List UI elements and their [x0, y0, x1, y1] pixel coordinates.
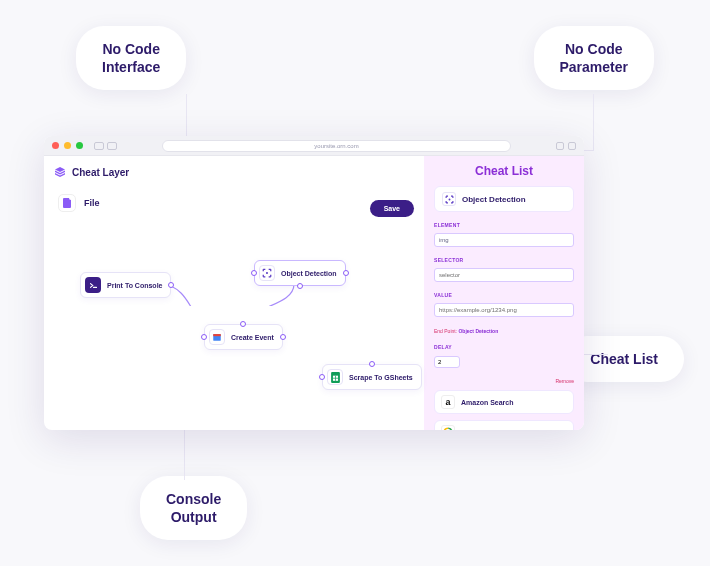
cheat-item-label: Amazon Search [461, 399, 514, 406]
browser-action-icon[interactable] [568, 142, 576, 150]
app-brand: Cheat Layer [54, 166, 414, 178]
remove-link[interactable]: Remove [434, 378, 574, 384]
node-output-port[interactable] [297, 283, 303, 289]
browser-right-icons [556, 142, 576, 150]
google-icon [441, 425, 455, 430]
nav-forward-icon[interactable] [107, 142, 117, 150]
browser-nav-buttons [94, 142, 117, 150]
cheat-item-amazon-search[interactable]: a Amazon Search [434, 390, 574, 414]
node-label: Print To Console [107, 282, 162, 289]
element-input[interactable] [434, 233, 574, 247]
browser-urlbar[interactable]: yoursite.orn.com [162, 140, 511, 152]
window-close-dot[interactable] [52, 142, 59, 149]
window-maximize-dot[interactable] [76, 142, 83, 149]
app-brand-label: Cheat Layer [72, 167, 129, 178]
endpoint-row: End Point: Object Detection [434, 328, 574, 334]
workflow-canvas[interactable]: Cheat Layer File Save Print To Console [44, 156, 424, 430]
field-label: VALUE [434, 292, 574, 298]
callout-console-output: ConsoleOutput [140, 476, 247, 540]
connector-line [593, 94, 594, 150]
sheets-icon [327, 369, 343, 385]
panel-title: Cheat List [434, 164, 574, 178]
url-text: yoursite.orn.com [314, 143, 358, 149]
field-label: SELECTOR [434, 257, 574, 263]
layers-icon [54, 166, 66, 178]
browser-action-icon[interactable] [556, 142, 564, 150]
node-output-port[interactable] [168, 282, 174, 288]
file-menu[interactable]: File [58, 194, 414, 212]
panel-selected-node: Object Detection [434, 186, 574, 212]
node-scrape-to-gsheets[interactable]: Scrape To GSheets [322, 364, 422, 390]
svg-point-0 [266, 272, 268, 274]
delay-input[interactable] [434, 356, 460, 368]
save-button[interactable]: Save [370, 200, 414, 217]
detection-icon [259, 265, 275, 281]
amazon-icon: a [441, 395, 455, 409]
callout-no-code-interface: No CodeInterface [76, 26, 186, 90]
detection-icon [442, 192, 456, 206]
param-delay: DELAY [434, 340, 574, 368]
nav-back-icon[interactable] [94, 142, 104, 150]
cheat-list-panel: Cheat List Object Detection ELEMENT SELE… [424, 156, 584, 430]
param-selector: SELECTOR [434, 253, 574, 282]
field-label: ELEMENT [434, 222, 574, 228]
connector-line [584, 354, 608, 355]
selector-input[interactable] [434, 268, 574, 282]
browser-titlebar: yoursite.orn.com [44, 136, 584, 156]
selected-node-name: Object Detection [462, 195, 526, 204]
cheat-item-label: Google [461, 429, 485, 431]
node-print-to-console[interactable]: Print To Console [80, 272, 171, 298]
endpoint-value: Object Detection [458, 328, 498, 334]
node-input-port[interactable] [240, 321, 246, 327]
node-object-detection[interactable]: Object Detection [254, 260, 346, 286]
browser-window: yoursite.orn.com Cheat Layer File Save [44, 136, 584, 430]
param-element: ELEMENT [434, 218, 574, 247]
svg-point-5 [448, 198, 450, 200]
connector-line [184, 430, 185, 480]
node-output-port[interactable] [343, 270, 349, 276]
node-output-port[interactable] [280, 334, 286, 340]
value-input[interactable] [434, 303, 574, 317]
cheat-item-google[interactable]: Google [434, 420, 574, 430]
node-input-port[interactable] [319, 374, 325, 380]
svg-rect-2 [213, 334, 221, 336]
file-label: File [84, 198, 100, 208]
terminal-icon [85, 277, 101, 293]
window-minimize-dot[interactable] [64, 142, 71, 149]
node-input-port[interactable] [201, 334, 207, 340]
param-value: VALUE [434, 288, 574, 317]
node-create-event[interactable]: Create Event [204, 324, 283, 350]
node-input-port[interactable] [251, 270, 257, 276]
node-input-port[interactable] [369, 361, 375, 367]
node-label: Create Event [231, 334, 274, 341]
calendar-icon [209, 329, 225, 345]
file-icon [58, 194, 76, 212]
endpoint-label: End Point: [434, 328, 457, 334]
field-label: DELAY [434, 344, 574, 350]
node-label: Object Detection [281, 270, 337, 277]
node-label: Scrape To GSheets [349, 374, 413, 381]
connector-line [186, 94, 187, 136]
callout-no-code-parameter: No CodeParameter [534, 26, 655, 90]
